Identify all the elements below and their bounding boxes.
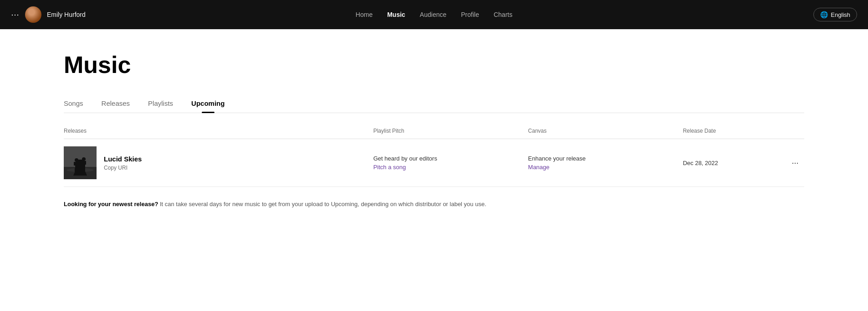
page-title: Music (64, 51, 804, 78)
release-cell: Lucid Skies Copy URI (64, 146, 373, 179)
navbar-left: ⋯ Emily Hurford (11, 6, 86, 23)
pitch-song-link[interactable]: Pitch a song (373, 164, 528, 171)
avatar-image (25, 6, 41, 23)
canvas-cell: Enhance your release Manage (528, 155, 683, 171)
globe-icon: 🌐 (820, 11, 828, 18)
language-button[interactable]: 🌐 English (813, 8, 857, 21)
language-label: English (831, 11, 850, 18)
table-header: Releases Playlist Pitch Canvas Release D… (64, 128, 804, 139)
header-actions (786, 128, 804, 134)
tab-playlists[interactable]: Playlists (139, 95, 182, 113)
svg-rect-5 (74, 162, 76, 166)
nav-audience[interactable]: Audience (420, 9, 446, 20)
navbar-right: 🌐 English (813, 8, 857, 21)
release-date-cell: Dec 28, 2022 (683, 160, 786, 166)
svg-point-2 (66, 168, 94, 172)
svg-rect-6 (77, 162, 79, 166)
table-row: Lucid Skies Copy URI Get heard by our ed… (64, 139, 804, 187)
menu-dots-icon[interactable]: ⋯ (11, 10, 20, 20)
svg-rect-1 (64, 167, 97, 179)
navbar-center: Home Music Audience Profile Charts (356, 9, 512, 20)
header-release-date: Release Date (683, 128, 786, 134)
release-info: Lucid Skies Copy URI (104, 155, 142, 171)
nav-profile[interactable]: Profile (461, 9, 479, 20)
more-options-button[interactable]: ··· (786, 158, 804, 168)
canvas-label: Enhance your release (528, 155, 683, 162)
user-name: Emily Hurford (47, 11, 86, 18)
tab-songs[interactable]: Songs (64, 95, 92, 113)
svg-point-3 (75, 158, 78, 162)
canvas-manage-link[interactable]: Manage (528, 164, 683, 171)
nav-home[interactable]: Home (356, 9, 373, 20)
release-name: Lucid Skies (104, 155, 142, 163)
tab-upcoming[interactable]: Upcoming (182, 95, 234, 113)
tab-releases[interactable]: Releases (92, 95, 139, 113)
svg-rect-11 (81, 161, 83, 165)
release-thumbnail-image (64, 146, 97, 179)
navbar: ⋯ Emily Hurford Home Music Audience Prof… (0, 0, 868, 29)
playlist-pitch-label: Get heard by our editors (373, 155, 528, 162)
playlist-pitch-cell: Get heard by our editors Pitch a song (373, 155, 528, 171)
svg-rect-14 (84, 167, 85, 172)
header-playlist-pitch: Playlist Pitch (373, 128, 528, 134)
copy-uri-link[interactable]: Copy URI (104, 165, 142, 171)
header-releases: Releases (64, 128, 373, 134)
footer-note: Looking for your newest release? It can … (64, 200, 804, 209)
svg-rect-13 (82, 167, 83, 172)
nav-music[interactable]: Music (387, 9, 405, 20)
svg-rect-7 (75, 168, 76, 172)
tabs: Songs Releases Playlists Upcoming (64, 95, 804, 113)
footer-note-text: It can take several days for new music t… (158, 201, 486, 207)
nav-charts[interactable]: Charts (494, 9, 512, 20)
release-artwork-svg (64, 146, 97, 179)
table-container: Releases Playlist Pitch Canvas Release D… (64, 128, 804, 187)
header-canvas: Canvas (528, 128, 683, 134)
footer-note-bold: Looking for your newest release? (64, 201, 158, 207)
avatar[interactable] (25, 6, 41, 23)
svg-rect-8 (77, 168, 78, 172)
svg-point-9 (82, 157, 86, 161)
release-thumbnail (64, 146, 97, 179)
svg-rect-12 (84, 161, 86, 165)
main-content: Music Songs Releases Playlists Upcoming … (0, 29, 868, 237)
